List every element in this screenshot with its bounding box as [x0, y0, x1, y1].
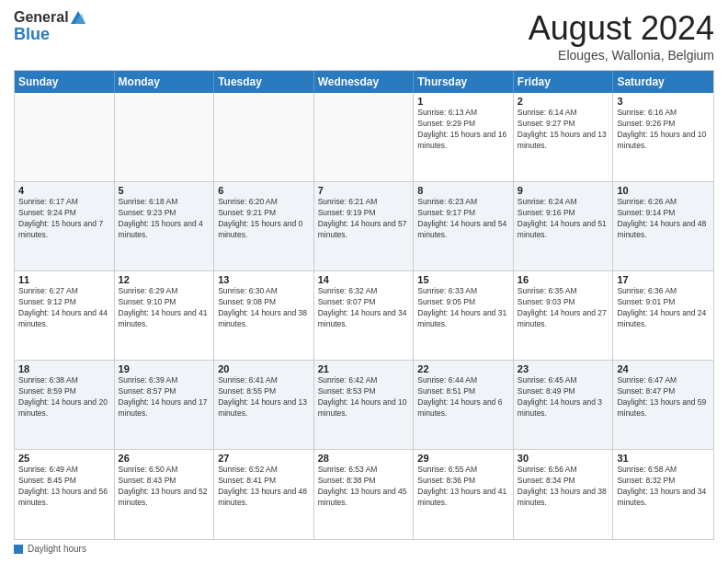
- cal-cell-14: 14Sunrise: 6:32 AM Sunset: 9:07 PM Dayli…: [314, 271, 415, 360]
- logo-blue-text: Blue: [14, 26, 50, 44]
- cal-cell-21: 21Sunrise: 6:42 AM Sunset: 8:53 PM Dayli…: [314, 361, 415, 449]
- cal-cell-20: 20Sunrise: 6:41 AM Sunset: 8:55 PM Dayli…: [214, 361, 314, 449]
- cal-cell-30: 30Sunrise: 6:56 AM Sunset: 8:34 PM Dayli…: [514, 450, 614, 539]
- cal-cell-23: 23Sunrise: 6:45 AM Sunset: 8:49 PM Dayli…: [514, 361, 614, 449]
- cal-cell-8: 8Sunrise: 6:23 AM Sunset: 9:17 PM Daylig…: [414, 182, 514, 270]
- day-number: 27: [218, 453, 310, 464]
- footer: Daylight hours: [14, 540, 714, 554]
- sun-info: Sunrise: 6:53 AM Sunset: 8:38 PM Dayligh…: [318, 465, 410, 509]
- header: General Blue August 2024 Elouges, Wallon…: [14, 9, 714, 63]
- cal-cell-7: 7Sunrise: 6:21 AM Sunset: 9:19 PM Daylig…: [314, 182, 415, 270]
- sun-info: Sunrise: 6:29 AM Sunset: 9:10 PM Dayligh…: [119, 286, 210, 330]
- day-number: 13: [218, 274, 310, 285]
- cal-week-3: 11Sunrise: 6:27 AM Sunset: 9:12 PM Dayli…: [15, 271, 713, 361]
- sun-info: Sunrise: 6:16 AM Sunset: 9:26 PM Dayligh…: [617, 108, 710, 152]
- cal-cell-27: 27Sunrise: 6:52 AM Sunset: 8:41 PM Dayli…: [214, 450, 314, 539]
- sun-info: Sunrise: 6:20 AM Sunset: 9:21 PM Dayligh…: [218, 197, 310, 241]
- sun-info: Sunrise: 6:56 AM Sunset: 8:34 PM Dayligh…: [518, 465, 609, 509]
- sun-info: Sunrise: 6:35 AM Sunset: 9:03 PM Dayligh…: [518, 286, 609, 330]
- day-number: 10: [617, 185, 710, 196]
- cal-cell-11: 11Sunrise: 6:27 AM Sunset: 9:12 PM Dayli…: [15, 271, 115, 360]
- day-number: 7: [318, 185, 410, 196]
- day-number: 15: [417, 274, 509, 285]
- day-number: 3: [617, 96, 710, 107]
- cal-cell-18: 18Sunrise: 6:38 AM Sunset: 8:59 PM Dayli…: [15, 361, 115, 449]
- cal-cell-29: 29Sunrise: 6:55 AM Sunset: 8:36 PM Dayli…: [414, 450, 514, 539]
- sun-info: Sunrise: 6:32 AM Sunset: 9:07 PM Dayligh…: [318, 286, 410, 330]
- sun-info: Sunrise: 6:24 AM Sunset: 9:16 PM Dayligh…: [518, 197, 609, 241]
- day-number: 21: [318, 363, 410, 374]
- day-number: 30: [518, 453, 609, 464]
- day-number: 1: [417, 96, 509, 107]
- cal-cell-17: 17Sunrise: 6:36 AM Sunset: 9:01 PM Dayli…: [613, 271, 713, 360]
- cal-cell-3: 3Sunrise: 6:16 AM Sunset: 9:26 PM Daylig…: [613, 93, 713, 181]
- sun-info: Sunrise: 6:55 AM Sunset: 8:36 PM Dayligh…: [417, 465, 509, 509]
- cal-header-day-thursday: Thursday: [414, 71, 514, 93]
- cal-cell-13: 13Sunrise: 6:30 AM Sunset: 9:08 PM Dayli…: [214, 271, 314, 360]
- calendar-header: SundayMondayTuesdayWednesdayThursdayFrid…: [15, 71, 713, 93]
- sun-info: Sunrise: 6:50 AM Sunset: 8:43 PM Dayligh…: [119, 465, 210, 509]
- sun-info: Sunrise: 6:38 AM Sunset: 8:59 PM Dayligh…: [18, 375, 110, 419]
- cal-cell-22: 22Sunrise: 6:44 AM Sunset: 8:51 PM Dayli…: [414, 361, 514, 449]
- sun-info: Sunrise: 6:18 AM Sunset: 9:23 PM Dayligh…: [119, 197, 210, 241]
- day-number: 20: [218, 363, 310, 374]
- sun-info: Sunrise: 6:17 AM Sunset: 9:24 PM Dayligh…: [18, 197, 110, 241]
- sun-info: Sunrise: 6:58 AM Sunset: 8:32 PM Dayligh…: [617, 465, 710, 509]
- location: Elouges, Wallonia, Belgium: [529, 48, 714, 63]
- sun-info: Sunrise: 6:49 AM Sunset: 8:45 PM Dayligh…: [18, 465, 110, 509]
- month-year: August 2024: [529, 9, 714, 48]
- sun-info: Sunrise: 6:23 AM Sunset: 9:17 PM Dayligh…: [417, 197, 509, 241]
- day-number: 17: [617, 274, 710, 285]
- cal-cell-24: 24Sunrise: 6:47 AM Sunset: 8:47 PM Dayli…: [613, 361, 713, 449]
- cal-cell-9: 9Sunrise: 6:24 AM Sunset: 9:16 PM Daylig…: [514, 182, 614, 270]
- page: General Blue August 2024 Elouges, Wallon…: [0, 0, 728, 563]
- logo-icon: [71, 11, 85, 24]
- day-number: 4: [18, 185, 110, 196]
- sun-info: Sunrise: 6:44 AM Sunset: 8:51 PM Dayligh…: [417, 375, 509, 419]
- title-section: August 2024 Elouges, Wallonia, Belgium: [529, 9, 714, 63]
- sun-info: Sunrise: 6:52 AM Sunset: 8:41 PM Dayligh…: [218, 465, 310, 509]
- cal-cell-15: 15Sunrise: 6:33 AM Sunset: 9:05 PM Dayli…: [414, 271, 514, 360]
- day-number: 8: [417, 185, 509, 196]
- cal-cell-16: 16Sunrise: 6:35 AM Sunset: 9:03 PM Dayli…: [514, 271, 614, 360]
- sun-info: Sunrise: 6:47 AM Sunset: 8:47 PM Dayligh…: [617, 375, 710, 419]
- cal-header-day-sunday: Sunday: [15, 71, 115, 93]
- cal-cell-10: 10Sunrise: 6:26 AM Sunset: 9:14 PM Dayli…: [613, 182, 713, 270]
- sun-info: Sunrise: 6:42 AM Sunset: 8:53 PM Dayligh…: [318, 375, 410, 419]
- sun-info: Sunrise: 6:41 AM Sunset: 8:55 PM Dayligh…: [218, 375, 310, 419]
- day-number: 11: [18, 274, 110, 285]
- cal-cell-empty-0-1: [115, 93, 215, 181]
- day-number: 19: [119, 363, 210, 374]
- cal-cell-25: 25Sunrise: 6:49 AM Sunset: 8:45 PM Dayli…: [15, 450, 115, 539]
- cal-cell-26: 26Sunrise: 6:50 AM Sunset: 8:43 PM Dayli…: [115, 450, 215, 539]
- calendar: SundayMondayTuesdayWednesdayThursdayFrid…: [14, 70, 714, 540]
- cal-cell-1: 1Sunrise: 6:13 AM Sunset: 9:29 PM Daylig…: [414, 93, 514, 181]
- sun-info: Sunrise: 6:45 AM Sunset: 8:49 PM Dayligh…: [518, 375, 609, 419]
- sun-info: Sunrise: 6:39 AM Sunset: 8:57 PM Dayligh…: [119, 375, 210, 419]
- day-number: 26: [119, 453, 210, 464]
- sun-info: Sunrise: 6:33 AM Sunset: 9:05 PM Dayligh…: [417, 286, 509, 330]
- footer-label: Daylight hours: [28, 544, 86, 554]
- cal-header-day-tuesday: Tuesday: [214, 71, 314, 93]
- cal-cell-6: 6Sunrise: 6:20 AM Sunset: 9:21 PM Daylig…: [214, 182, 314, 270]
- sun-info: Sunrise: 6:26 AM Sunset: 9:14 PM Dayligh…: [617, 197, 710, 241]
- cal-week-2: 4Sunrise: 6:17 AM Sunset: 9:24 PM Daylig…: [15, 182, 713, 271]
- day-number: 9: [518, 185, 609, 196]
- day-number: 23: [518, 363, 609, 374]
- sun-info: Sunrise: 6:30 AM Sunset: 9:08 PM Dayligh…: [218, 286, 310, 330]
- day-number: 6: [218, 185, 310, 196]
- sun-info: Sunrise: 6:13 AM Sunset: 9:29 PM Dayligh…: [417, 108, 509, 152]
- cal-cell-12: 12Sunrise: 6:29 AM Sunset: 9:10 PM Dayli…: [115, 271, 215, 360]
- cal-cell-5: 5Sunrise: 6:18 AM Sunset: 9:23 PM Daylig…: [115, 182, 215, 270]
- day-number: 25: [18, 453, 110, 464]
- cal-header-day-friday: Friday: [514, 71, 614, 93]
- sun-info: Sunrise: 6:36 AM Sunset: 9:01 PM Dayligh…: [617, 286, 710, 330]
- calendar-body: 1Sunrise: 6:13 AM Sunset: 9:29 PM Daylig…: [15, 93, 713, 539]
- day-number: 29: [417, 453, 509, 464]
- logo: General Blue: [14, 9, 85, 43]
- sun-info: Sunrise: 6:21 AM Sunset: 9:19 PM Dayligh…: [318, 197, 410, 241]
- cal-week-4: 18Sunrise: 6:38 AM Sunset: 8:59 PM Dayli…: [15, 361, 713, 450]
- sun-info: Sunrise: 6:27 AM Sunset: 9:12 PM Dayligh…: [18, 286, 110, 330]
- day-number: 14: [318, 274, 410, 285]
- cal-cell-4: 4Sunrise: 6:17 AM Sunset: 9:24 PM Daylig…: [15, 182, 115, 270]
